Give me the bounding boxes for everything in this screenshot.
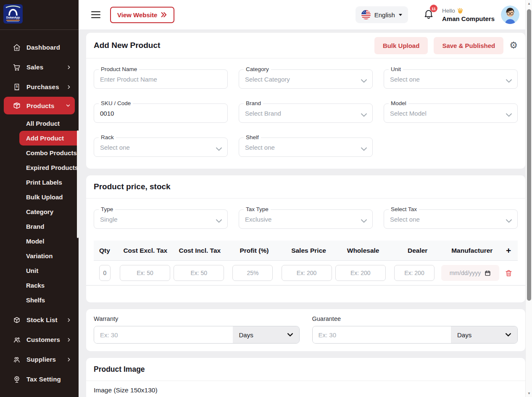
scrollbar-thumb[interactable] [527, 9, 531, 301]
profit-input[interactable] [232, 265, 273, 281]
price-stock-title: Product price, stock [94, 182, 171, 191]
view-website-button[interactable]: View Website [110, 7, 174, 23]
double-chevron-right-icon [160, 12, 167, 18]
wholesale-input[interactable] [335, 265, 386, 281]
notification-count-badge: 11 [430, 5, 437, 12]
sidebar-subitem-racks[interactable]: Racks [0, 278, 79, 293]
sidebar-subitem-all-product[interactable]: All Product [0, 116, 79, 131]
chevron-right-icon [66, 64, 72, 70]
greeting-text: Hello [442, 8, 455, 14]
sidebar-item-dashboard[interactable]: Dashboard [0, 37, 79, 57]
page-title: Add New Product [94, 41, 160, 50]
col-sales-price: Sales Price [282, 247, 336, 254]
cube-icon [13, 316, 21, 324]
sidebar: DukanApp Dashboard Sales $ Purchases [0, 0, 79, 397]
col-cost-excl: Cost Excl. Tax [118, 247, 173, 254]
sidebar-subitem-brand[interactable]: Brand [0, 219, 79, 234]
type-dropdown[interactable]: Type Single [94, 209, 228, 229]
chevron-right-icon [66, 317, 72, 323]
select-tax-dropdown[interactable]: Select Tax Select one [384, 209, 518, 229]
sidebar-subitem-bulk-upload[interactable]: Bulk Upload [0, 190, 79, 204]
brand-dropdown[interactable]: Brand Select Brand [239, 103, 373, 123]
warranty-unit-select[interactable]: Days [233, 326, 299, 343]
users-icon [13, 336, 21, 344]
sidebar-item-customers[interactable]: Customers [0, 330, 79, 349]
chevron-right-icon [66, 84, 72, 90]
sidebar-item-suppliers[interactable]: Suppliers [0, 349, 79, 369]
image-size-note: Image (Size 150x130) [86, 381, 525, 397]
guarantee-input[interactable] [313, 326, 451, 343]
tax-type-dropdown[interactable]: Tax Type Exclusive [239, 209, 373, 229]
product-name-field[interactable]: Product Name [94, 69, 228, 89]
sidebar-subitem-model[interactable]: Model [0, 234, 79, 249]
sidebar-subitem-add-product[interactable]: Add Product [19, 131, 79, 146]
user-group-icon [13, 355, 21, 364]
save-published-button[interactable]: Save & Published [434, 37, 503, 54]
language-selector[interactable]: English [356, 6, 408, 23]
sidebar-item-tax-setting[interactable]: Tax Setting [0, 369, 79, 389]
user-name: Aman Computers [442, 15, 495, 22]
unit-dropdown[interactable]: Unit Select one [384, 69, 518, 89]
main-area: View Website English 11 [79, 0, 532, 397]
warranty-label: Warranty [94, 315, 300, 322]
add-product-card: Add New Product Bulk Upload Save & Publi… [86, 33, 525, 169]
sidebar-subitem-variation[interactable]: Variation [0, 249, 79, 263]
sidebar-subitem-unit[interactable]: Unit [0, 263, 79, 278]
notifications-button[interactable]: 11 [423, 8, 434, 21]
waving-hand-icon [457, 8, 463, 14]
sales-price-input[interactable] [282, 265, 332, 281]
cost-excl-tax-input[interactable] [120, 265, 170, 281]
page-content: Add New Product Bulk Upload Save & Publi… [79, 29, 532, 397]
guarantee-unit-select[interactable]: Days [451, 326, 517, 343]
sku-field[interactable]: SKU / Code [94, 103, 228, 123]
sidebar-subitem-category[interactable]: Category [0, 204, 79, 219]
guarantee-label: Guarantee [312, 315, 518, 322]
gear-icon[interactable]: ⚙ [509, 41, 518, 50]
chevron-down-icon [506, 217, 512, 225]
product-name-input[interactable] [100, 76, 221, 83]
page-scrollbar[interactable]: ▲ ▼ [525, 0, 532, 397]
sidebar-nav: Dashboard Sales $ Purchases Product [0, 30, 79, 389]
sidebar-item-purchases[interactable]: $ Purchases [0, 77, 79, 97]
delete-row-button[interactable] [499, 269, 518, 277]
cart-icon [13, 63, 21, 71]
tax-badge-icon [13, 375, 21, 384]
sidebar-subitem-combo-products[interactable]: Combo Products [0, 146, 79, 160]
add-row-button[interactable]: + [499, 246, 518, 256]
qty-input[interactable] [99, 265, 111, 281]
app-logo[interactable]: DukanApp [0, 0, 79, 30]
language-label: English [374, 11, 395, 19]
category-dropdown[interactable]: Category Select Category [239, 69, 373, 89]
scroll-up-arrow[interactable]: ▲ [526, 2, 532, 5]
box-icon [13, 101, 21, 110]
sidebar-subitem-print-labels[interactable]: Print Labels [0, 175, 79, 190]
rack-dropdown[interactable]: Rack Select one [94, 138, 228, 157]
manufacturer-date-input[interactable]: mm/dd/yyyy [441, 265, 499, 281]
avatar[interactable] [501, 5, 519, 24]
sidebar-subitem-shelfs[interactable]: Shelfs [0, 293, 79, 307]
sidebar-subitem-expired-products[interactable]: Expired Products [0, 160, 79, 175]
menu-toggle-icon[interactable] [91, 10, 100, 20]
receipt-icon: $ [13, 83, 21, 91]
avatar-illustration [501, 5, 519, 24]
sidebar-scrollbar-thumb[interactable] [77, 130, 79, 238]
calendar-icon [485, 270, 491, 276]
svg-text:DukanApp: DukanApp [6, 16, 20, 19]
warranty-input[interactable] [94, 326, 233, 343]
col-profit: Profit (%) [227, 247, 282, 254]
cost-incl-tax-input[interactable] [174, 265, 224, 281]
chevron-down-icon [361, 111, 367, 119]
bulk-upload-button[interactable]: Bulk Upload [374, 37, 428, 54]
model-dropdown[interactable]: Model Select Model [384, 103, 518, 123]
dealer-input[interactable] [394, 265, 435, 281]
col-wholesale: Wholesale [336, 247, 390, 254]
sidebar-item-stock-list[interactable]: Stock List [0, 310, 79, 330]
chevron-down-icon [361, 217, 367, 225]
scroll-down-arrow[interactable]: ▼ [526, 392, 532, 395]
user-info[interactable]: Hello Aman Computers [442, 8, 495, 22]
sidebar-item-products[interactable]: Products [4, 97, 75, 114]
shelf-dropdown[interactable]: Shelf Select one [239, 138, 373, 157]
chevron-down-icon [361, 145, 367, 153]
sidebar-item-sales[interactable]: Sales [0, 57, 79, 77]
sku-input[interactable] [100, 110, 221, 117]
